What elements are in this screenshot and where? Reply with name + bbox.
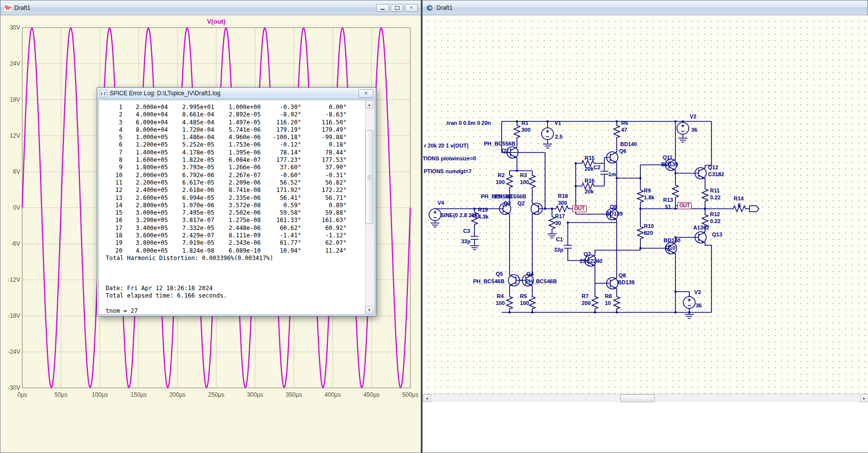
harmonic-row: 183.600e+052.429e-078.111e-09-1.41°-1.12… [106, 232, 362, 239]
out-port-flag[interactable]: OUT [677, 202, 692, 209]
dialog-close-button[interactable]: × [358, 89, 373, 98]
output-pin-flag [750, 206, 759, 212]
log-blank-line [106, 277, 362, 285]
scroll-right-arrow-icon[interactable]: ► [860, 394, 868, 402]
harmonic-row: 132.600e+056.994e-052.335e-0656.41°56.71… [106, 194, 362, 202]
x-axis-tick: 150µs [130, 391, 147, 398]
harmonic-row: 91.800e+053.793e-051.266e-0637.60°37.90° [106, 164, 362, 171]
out-port-flag[interactable]: OUT [572, 205, 587, 212]
y-axis-tick: -18V [0, 312, 20, 319]
schematic-horizontal-scrollbar[interactable]: ◄ ► [423, 394, 868, 403]
harmonic-row: 122.400e+052.618e-068.741e-08171.92°172.… [106, 187, 362, 194]
schematic-window-icon [426, 4, 434, 12]
schematic-window: Draft1 [422, 0, 868, 453]
harmonic-row: 112.200e+056.617e-052.209e-0656.52°56.82… [106, 179, 362, 187]
log-line: tnom = 27 [106, 307, 362, 315]
close-button[interactable]: × [405, 4, 418, 12]
harmonic-row: 71.400e+054.178e-051.395e-0678.14°78.44° [106, 149, 362, 156]
log-blank-line [106, 262, 362, 269]
schematic-wires [435, 121, 750, 314]
y-axis-tick: -12V [0, 276, 20, 283]
waveform-window-titlebar[interactable]: Draft1 × [0, 0, 421, 15]
x-axis-tick: 450µs [363, 391, 380, 398]
svg-text:LT: LT [100, 91, 106, 96]
log-blank-line [106, 270, 362, 277]
ltspice-app: Draft1 × V(out) 30V24V18V12V6V0V-6V-12V-… [0, 0, 868, 453]
dialog-titlebar[interactable]: LT SPICE Error Log: D:\LTspice_IV\Draft1… [97, 88, 376, 99]
dialog-body: 12.000e+042.995e+011.000e+00-0.30°0.00°2… [98, 100, 375, 315]
harmonic-row: 204.000e+051.824e-086.089e-1010.94°11.24… [106, 247, 362, 255]
x-axis-tick: 100µs [92, 391, 108, 398]
harmonic-row: 153.000e+057.495e-052.502e-0659.58°59.88… [106, 209, 362, 217]
schematic-window-title: Draft1 [436, 4, 453, 11]
y-axis-tick: 18V [0, 96, 20, 103]
y-axis-tick: -24V [0, 348, 20, 355]
y-axis-tick: 0V [0, 204, 20, 211]
x-axis-tick: 200µs [169, 391, 186, 398]
dialog-vertical-scrollbar[interactable]: ▲ ▼ [365, 101, 374, 314]
dialog-title: SPICE Error Log: D:\LTspice_IV\Draft1.lo… [110, 90, 221, 97]
schematic-drawing [423, 15, 868, 394]
x-axis-tick: 500µs [402, 391, 419, 398]
junction-dots [473, 120, 706, 313]
y-axis-tick: 30V [0, 24, 20, 31]
harmonic-row: 163.200e+053.817e-071.275e-08161.33°161.… [106, 217, 362, 224]
y-axis-tick: 6V [0, 168, 20, 175]
harmonic-row: 173.400e+057.332e-052.448e-0660.62°60.92… [106, 225, 362, 232]
schematic-window-titlebar[interactable]: Draft1 [423, 0, 868, 15]
window-controls: × [376, 4, 418, 12]
waveform-window-title: Draft1 [14, 4, 31, 11]
voltage-sources [429, 122, 695, 308]
horizontal-scroll-thumb[interactable] [620, 394, 655, 402]
log-line: Date: Fri Apr 12 18:26:18 2024 [106, 285, 362, 292]
capacitors [471, 167, 608, 252]
log-blank-line [106, 300, 362, 307]
ltspice-logo-icon: LT [100, 90, 107, 97]
harmonic-row: 51.000e+051.486e-044.960e-06-100.18°-99.… [106, 134, 362, 141]
x-axis-tick: 0µs [17, 391, 27, 398]
harmonic-row: 81.600e+051.822e-056.084e-07177.23°177.5… [106, 156, 362, 164]
y-axis-tick: -30V [0, 384, 20, 391]
spice-error-log-dialog[interactable]: LT SPICE Error Log: D:\LTspice_IV\Draft1… [97, 87, 376, 316]
x-axis-tick: 400µs [324, 391, 341, 398]
scroll-down-arrow-icon[interactable]: ▼ [365, 306, 373, 314]
harmonic-row: 36.000e+044.485e-041.497e-05116.20°116.5… [106, 119, 362, 126]
harmonic-row: 24.000e+048.661e-042.892e-05-8.92°-8.63° [106, 111, 362, 118]
harmonic-row: 102.000e+056.792e-062.267e-07-0.60°-0.31… [106, 172, 362, 179]
window-lower-area [423, 402, 868, 453]
scroll-up-arrow-icon[interactable]: ▲ [365, 101, 373, 109]
resistors [472, 123, 747, 310]
harmonic-row: 193.800e+057.019e-052.343e-0661.77°62.07… [106, 239, 362, 247]
vertical-scroll-thumb[interactable] [365, 130, 373, 224]
y-axis-tick: -6V [0, 240, 20, 247]
harmonic-row: 48.000e+041.720e-045.741e-06179.19°179.4… [106, 126, 362, 134]
restore-button[interactable] [391, 4, 403, 12]
log-line: Total elapsed time: 6.166 seconds. [106, 292, 362, 300]
schematic-canvas[interactable]: .tran 0 0.5m 0 20nr 20k 20 1 v(OUT)TIONS… [423, 15, 868, 394]
log-line: Total Harmonic Distortion: 0.003396%(0.0… [106, 255, 362, 262]
harmonic-row: 142.800e+051.070e-063.572e-080.59°0.89° [106, 202, 362, 209]
x-axis-tick: 50µs [54, 391, 67, 398]
harmonic-row: 12.000e+042.995e+011.000e+00-0.30°0.00° [106, 104, 362, 111]
log-text: 12.000e+042.995e+011.000e+00-0.30°0.00°2… [106, 104, 362, 315]
y-axis-tick: 24V [0, 60, 20, 67]
x-axis-tick: 300µs [247, 391, 263, 398]
x-axis-tick: 350µs [286, 391, 302, 398]
harmonic-row: 61.200e+055.252e-051.753e-06-0.12°0.18° [106, 141, 362, 149]
scroll-left-arrow-icon[interactable]: ◄ [423, 394, 431, 402]
y-axis-tick: 12V [0, 132, 20, 139]
waveform-window-icon [3, 4, 11, 12]
minimize-button[interactable] [376, 4, 389, 12]
x-axis-tick: 250µs [208, 391, 225, 398]
